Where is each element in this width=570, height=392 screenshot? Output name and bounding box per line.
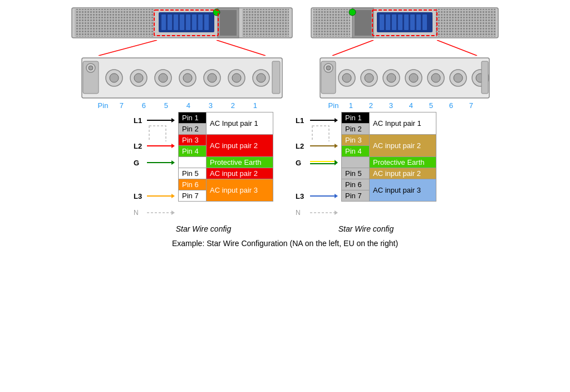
label-l3-right: L3: [296, 192, 308, 200]
right-connector-detail: [316, 56, 494, 100]
left-pin-labels: Pin 7 6 5 4 3 2 1: [98, 101, 267, 110]
right-pin5-empty: [296, 171, 338, 188]
svg-line-64: [332, 40, 374, 56]
table-row: Pin 1 AC Input pair 1: [342, 112, 436, 124]
svg-line-65: [437, 40, 477, 56]
pin-5-left: 5: [155, 101, 177, 110]
svg-point-52: [349, 9, 356, 16]
pin-4-left: 4: [177, 101, 199, 110]
server-row: Pin 7 6 5 4 3 2 1: [4, 6, 566, 110]
table-row: Pin 6 AC input pair 3: [342, 179, 436, 190]
pin6-cell-right: Pin 6: [342, 179, 370, 190]
pin-7-right: 7: [461, 101, 481, 110]
right-diagram: L1 L2: [296, 112, 436, 233]
svg-rect-11: [168, 14, 172, 30]
left-diagram-label: Star Wire config: [176, 224, 231, 233]
pin-1-left: 1: [244, 101, 266, 110]
svg-point-71: [342, 74, 351, 82]
ac-input-pair1-right: AC Input pair 1: [370, 112, 436, 135]
pin6-cell-left: Pin 6: [179, 179, 207, 190]
protective-earth-right: Protective Earth: [370, 157, 436, 168]
arrow-l1-left: [147, 116, 175, 124]
table-row: Pin 6 AC input pair 3: [179, 179, 273, 190]
left-pin5-empty: [134, 171, 175, 188]
table-row: Pin 1 AC Input pair 1: [179, 112, 273, 124]
svg-point-73: [365, 74, 374, 82]
right-pin-labels: Pin 1 2 3 4 5 6 7: [328, 101, 481, 110]
pin-1-right: 1: [341, 101, 361, 110]
svg-point-34: [159, 74, 168, 82]
svg-point-81: [454, 74, 463, 82]
pin-word-right: Pin: [328, 101, 339, 110]
right-g-row: G: [296, 154, 338, 171]
left-red-lines: [71, 40, 293, 56]
table-row: Pin 5 AC input pair 2: [342, 168, 436, 179]
pin4-pe-left: [179, 157, 207, 168]
right-labels-arrows: L1 L2: [296, 112, 338, 221]
svg-marker-95: [171, 210, 175, 215]
pin-5-right: 5: [421, 101, 441, 110]
svg-rect-61: [422, 14, 427, 30]
right-diagram-table-area: L1 L2: [296, 112, 436, 221]
svg-point-77: [409, 74, 418, 82]
ac-input-pair2-left: AC input pair 2: [207, 135, 273, 157]
arrow-l3-right: [310, 192, 338, 200]
left-labels-arrows: L1 L2: [134, 112, 175, 221]
pin2-cell-left: Pin 2: [179, 124, 207, 135]
pin1-cell-right: Pin 1: [342, 112, 370, 124]
svg-point-42: [257, 74, 266, 82]
right-n-row: N: [296, 204, 338, 221]
svg-rect-57: [398, 14, 402, 30]
svg-rect-13: [180, 14, 184, 30]
pin-3-right: 3: [381, 101, 401, 110]
left-l2-row: L2: [134, 138, 175, 154]
diagrams-row: L1 L2: [4, 112, 566, 233]
label-g-right: G: [296, 159, 308, 167]
label-l2-left: L2: [134, 142, 145, 150]
main-container: Pin 7 6 5 4 3 2 1: [4, 6, 566, 248]
arrow-l3-left: [147, 192, 175, 200]
label-l2-right: L2: [296, 142, 308, 150]
pin2-cell-right: Pin 2: [342, 124, 370, 135]
left-l3-row: L3: [134, 188, 175, 204]
svg-rect-43: [272, 61, 280, 94]
svg-rect-59: [410, 14, 415, 30]
svg-rect-84: [481, 61, 488, 94]
pin4-cell-left: Pin 4: [179, 146, 207, 157]
ac-input-pair3-left: AC input pair 3: [207, 179, 273, 202]
pin5-cell-right: Pin 5: [342, 168, 370, 179]
right-diagram-label: Star Wire config: [338, 224, 394, 233]
arrow-g-left: [147, 159, 175, 166]
svg-marker-93: [171, 194, 175, 198]
left-diagram: L1 L2: [134, 112, 273, 233]
label-l3-left: L3: [134, 192, 145, 200]
protective-earth-left: Protective Earth: [207, 157, 273, 168]
pin1-cell-left: Pin 1: [179, 112, 207, 124]
svg-point-28: [89, 66, 93, 70]
pin5-cell-left: Pin 5: [179, 168, 207, 179]
svg-rect-55: [386, 14, 390, 30]
ac-input-pair3-right: AC input pair 3: [370, 179, 436, 202]
arrow-n-left: [147, 209, 175, 217]
svg-rect-56: [392, 14, 396, 30]
pin7-cell-left: Pin 7: [179, 190, 207, 202]
label-n-left: N: [134, 209, 145, 217]
right-server-unit: Pin 1 2 3 4 5 6 7: [310, 6, 499, 110]
pin-7-left: 7: [110, 101, 132, 110]
pin-6-right: 6: [441, 101, 461, 110]
svg-line-24: [217, 40, 266, 56]
svg-marker-103: [335, 160, 338, 165]
svg-point-40: [232, 74, 241, 82]
left-diagram-table-area: L1 L2: [134, 112, 273, 221]
svg-rect-60: [416, 14, 421, 30]
table-row: Protective Earth: [342, 157, 436, 168]
right-l2-row: L2: [296, 138, 338, 154]
svg-marker-100: [335, 144, 338, 148]
svg-rect-15: [192, 14, 196, 30]
pin3-cell-right: Pin 3: [342, 135, 370, 146]
right-pin-table: Pin 1 AC Input pair 1 Pin 2 Pin 3 AC inp…: [341, 112, 436, 202]
ac-input-pair2b-right: AC input pair 2: [370, 168, 436, 179]
arrow-n-right: [310, 209, 338, 217]
svg-marker-86: [171, 118, 175, 122]
table-row: Protective Earth: [179, 157, 273, 168]
